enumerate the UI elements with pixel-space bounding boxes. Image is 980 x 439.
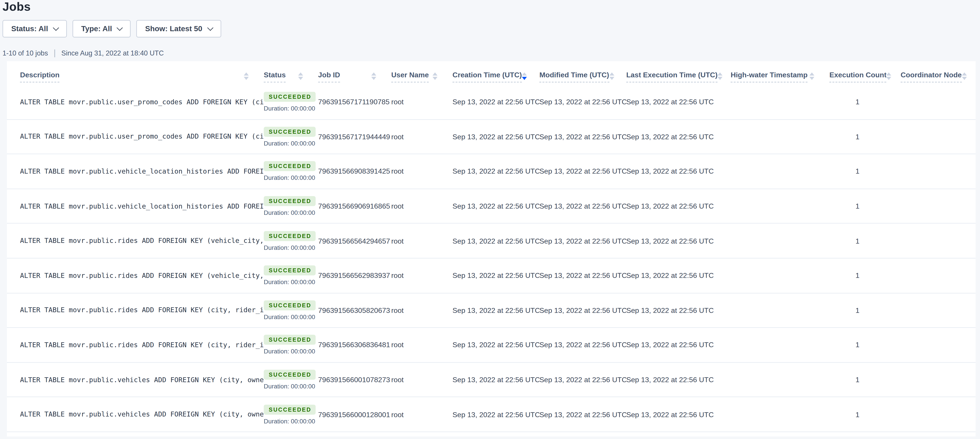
table-row[interactable]: ALTER TABLE movr.public.vehicle_location… xyxy=(7,154,976,189)
table-row[interactable]: ALTER TABLE movr.public.vehicle_location… xyxy=(7,189,976,224)
sort-down-icon xyxy=(298,76,303,79)
table-row[interactable]: ALTER TABLE movr.public.rides ADD FOREIG… xyxy=(7,224,976,258)
job-description-cell: ALTER TABLE movr.public.rides ADD FOREIG… xyxy=(20,237,264,245)
status-badge: SUCCEEDED xyxy=(264,300,316,311)
last-execution-time-cell: Sep 13, 2022 at 22:56 UTC xyxy=(626,307,731,314)
sort-arrows-icon[interactable] xyxy=(298,72,303,80)
column-header-modified-time[interactable]: Modified Time (UTC) xyxy=(539,69,626,85)
type-filter-dropdown[interactable]: Type: All xyxy=(73,20,131,37)
creation-time-cell: Sep 13, 2022 at 22:56 UTC xyxy=(453,307,539,314)
job-id-cell: 796391566306836481 xyxy=(318,341,391,349)
show-filter-dropdown[interactable]: Show: Latest 50 xyxy=(137,20,221,37)
creation-time-cell: Sep 13, 2022 at 22:56 UTC xyxy=(453,272,539,279)
status-badge: SUCCEEDED xyxy=(264,404,316,415)
user-name-cell: root xyxy=(391,341,453,349)
status-badge: SUCCEEDED xyxy=(264,335,316,345)
job-status-cell: SUCCEEDED Duration: 00:00:00 xyxy=(264,231,318,251)
modified-time-cell: Sep 13, 2022 at 22:56 UTC xyxy=(539,237,626,245)
job-description-cell: ALTER TABLE movr.public.rides ADD FOREIG… xyxy=(20,341,264,349)
page-title: Jobs xyxy=(2,0,980,13)
table-row[interactable]: ALTER TABLE movr.public.user_promo_codes… xyxy=(7,120,976,154)
table-row[interactable]: ALTER TABLE movr.public.user_promo_codes… xyxy=(7,85,976,120)
column-header-label: Execution Count xyxy=(829,71,886,83)
table-row[interactable]: ALTER TABLE movr.public.vehicles ADD FOR… xyxy=(7,397,976,432)
column-header-label: Coordinator Node xyxy=(900,71,962,83)
sort-arrows-icon[interactable] xyxy=(244,72,249,80)
last-execution-time-cell: Sep 13, 2022 at 22:56 UTC xyxy=(626,237,731,245)
job-status-cell: SUCCEEDED Duration: 00:00:00 xyxy=(264,300,318,320)
job-status-cell: SUCCEEDED Duration: 00:00:00 xyxy=(264,266,318,286)
sort-up-icon xyxy=(609,72,614,75)
modified-time-cell: Sep 13, 2022 at 22:56 UTC xyxy=(539,272,626,279)
user-name-cell: root xyxy=(391,376,453,384)
table-row[interactable]: ALTER TABLE movr.public.vehicles ADD FOR… xyxy=(7,363,976,397)
sort-arrows-icon[interactable] xyxy=(962,72,967,80)
last-execution-time-cell: Sep 13, 2022 at 22:56 UTC xyxy=(626,168,731,175)
chevron-down-icon xyxy=(207,24,213,30)
sort-down-icon xyxy=(718,76,722,79)
execution-count-cell: 1 xyxy=(829,202,900,210)
job-duration: Duration: 00:00:00 xyxy=(264,348,318,355)
column-header-description[interactable]: Description xyxy=(20,69,264,85)
sort-arrows-icon[interactable] xyxy=(810,72,814,80)
sort-up-icon xyxy=(810,72,814,75)
job-duration: Duration: 00:00:00 xyxy=(264,383,318,390)
status-badge: SUCCEEDED xyxy=(264,231,316,241)
jobs-since-text: Since Aug 31, 2022 at 18:40 UTC xyxy=(61,49,164,57)
column-header-user-name[interactable]: User Name xyxy=(391,69,453,85)
table-row[interactable]: ALTER TABLE movr.public.rides ADD FOREIG… xyxy=(7,258,976,293)
status-filter-dropdown[interactable]: Status: All xyxy=(2,20,67,37)
status-badge: SUCCEEDED xyxy=(264,370,316,380)
summary-separator: | xyxy=(54,48,56,57)
column-header-label: Description xyxy=(20,71,60,83)
chevron-down-icon xyxy=(117,24,123,30)
sort-arrows-icon[interactable] xyxy=(371,72,376,80)
sort-arrows-icon[interactable] xyxy=(718,72,722,80)
column-header-creation-time[interactable]: Creation Time (UTC) xyxy=(453,69,539,85)
sort-up-icon xyxy=(244,72,249,75)
sort-arrows-icon[interactable] xyxy=(886,72,891,80)
jobs-page: Jobs Status: All Type: All Show: Latest … xyxy=(0,0,980,439)
sort-arrows-icon[interactable] xyxy=(522,72,527,80)
job-duration: Duration: 00:00:00 xyxy=(264,313,318,320)
job-status-cell: SUCCEEDED Duration: 00:00:00 xyxy=(264,161,318,181)
column-header-execution-count[interactable]: Execution Count xyxy=(829,69,900,85)
user-name-cell: root xyxy=(391,272,453,279)
modified-time-cell: Sep 13, 2022 at 22:56 UTC xyxy=(539,411,626,418)
creation-time-cell: Sep 13, 2022 at 22:56 UTC xyxy=(453,237,539,245)
job-status-cell: SUCCEEDED Duration: 00:00:00 xyxy=(264,335,318,355)
table-row[interactable]: ALTER TABLE movr.public.rides ADD FOREIG… xyxy=(7,293,976,328)
column-header-last-execution-time[interactable]: Last Execution Time (UTC) xyxy=(626,69,731,85)
sort-arrows-icon[interactable] xyxy=(609,72,614,80)
job-id-cell: 796391566908391425 xyxy=(318,168,391,175)
job-status-cell: SUCCEEDED Duration: 00:00:00 xyxy=(264,370,318,390)
sort-down-icon xyxy=(522,76,527,79)
column-header-status[interactable]: Status xyxy=(264,69,318,85)
column-header-high-water-timestamp[interactable]: High-water Timestamp xyxy=(731,69,829,85)
user-name-cell: root xyxy=(391,202,453,210)
status-badge: SUCCEEDED xyxy=(264,196,316,206)
job-duration: Duration: 00:00:00 xyxy=(264,244,318,251)
filter-bar: Status: All Type: All Show: Latest 50 xyxy=(2,20,980,37)
sort-up-icon xyxy=(522,72,527,75)
job-id-cell: 796391566562983937 xyxy=(318,272,391,279)
creation-time-cell: Sep 13, 2022 at 22:56 UTC xyxy=(453,202,539,210)
job-id-cell: 796391567171190785 xyxy=(318,98,391,106)
sort-down-icon xyxy=(433,76,438,79)
last-execution-time-cell: Sep 13, 2022 at 22:56 UTC xyxy=(626,376,731,384)
sort-arrows-icon[interactable] xyxy=(433,72,438,80)
sort-up-icon xyxy=(718,72,722,75)
table-row[interactable]: ALTER TABLE movr.public.rides ADD FOREIG… xyxy=(7,328,976,363)
job-description-cell: ALTER TABLE movr.public.vehicle_location… xyxy=(20,202,264,210)
last-execution-time-cell: Sep 13, 2022 at 22:56 UTC xyxy=(626,341,731,349)
execution-count-cell: 1 xyxy=(829,411,900,418)
column-header-coordinator-node[interactable]: Coordinator Node xyxy=(900,69,975,85)
execution-count-cell: 1 xyxy=(829,168,900,175)
user-name-cell: root xyxy=(391,411,453,418)
show-filter-label: Show: Latest 50 xyxy=(145,24,202,33)
modified-time-cell: Sep 13, 2022 at 22:56 UTC xyxy=(539,202,626,210)
last-execution-time-cell: Sep 13, 2022 at 22:56 UTC xyxy=(626,202,731,210)
user-name-cell: root xyxy=(391,98,453,106)
job-description-cell: ALTER TABLE movr.public.user_promo_codes… xyxy=(20,133,264,141)
column-header-job-id[interactable]: Job ID xyxy=(318,69,391,85)
